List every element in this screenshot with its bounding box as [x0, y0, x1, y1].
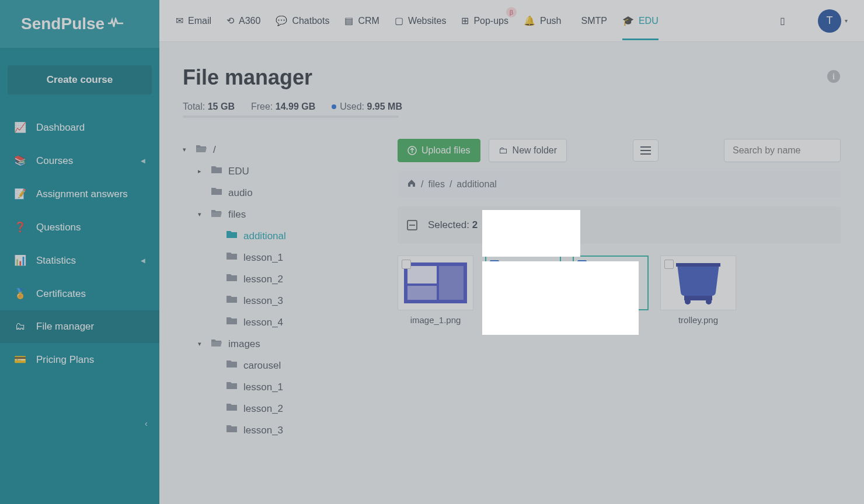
tree-item--[interactable]: ▾/	[183, 139, 381, 160]
sidebar-item-file-manager[interactable]: 🗂File manager	[0, 310, 159, 343]
svg-point-25	[685, 299, 691, 304]
svg-rect-8	[439, 266, 464, 300]
topnav-a360[interactable]: ⟲A360	[227, 15, 260, 26]
file-thumbnail	[573, 256, 649, 310]
logo[interactable]: SendPulse	[0, 0, 159, 48]
file-name: trolley.png	[678, 315, 718, 325]
file-checkbox[interactable]	[402, 260, 411, 269]
nav-icon: 🗂	[14, 321, 26, 332]
file-checkbox[interactable]	[664, 260, 674, 269]
create-course-button[interactable]: Create course	[8, 65, 152, 94]
sidebar-item-pricing-plans[interactable]: 💳Pricing Plans	[0, 343, 159, 376]
topnav-edu[interactable]: 🎓EDU	[622, 15, 659, 26]
tree-item-lesson_1[interactable]: lesson_1	[183, 376, 381, 398]
svg-rect-17	[592, 283, 597, 293]
tree-item-lesson_1[interactable]: lesson_1	[183, 247, 381, 268]
pulse-icon	[108, 15, 123, 33]
sidebar-item-courses[interactable]: 📚Courses◀	[0, 144, 159, 177]
tree-item-EDU[interactable]: ▸EDU	[183, 160, 381, 182]
file-checkbox[interactable]	[490, 260, 499, 270]
tree-item-lesson_3[interactable]: lesson_3	[183, 290, 381, 312]
nav-icon: ❓	[14, 221, 26, 233]
info-icon[interactable]: i	[827, 69, 841, 86]
chevron-down-icon: ▾	[845, 18, 848, 24]
topnav-websites[interactable]: ▢Websites	[395, 15, 447, 26]
user-menu[interactable]: T ▾	[818, 9, 848, 33]
folder-icon	[211, 208, 222, 220]
avatar: T	[818, 9, 841, 33]
tree-item-files[interactable]: ▾files	[183, 204, 381, 225]
topnav-crm[interactable]: ▤CRM	[344, 15, 379, 26]
partial-checkbox[interactable]	[407, 220, 417, 230]
tree-item-lesson_3[interactable]: lesson_3	[183, 419, 381, 441]
file-card[interactable]: statistics.png	[573, 256, 649, 325]
tree-item-carousel[interactable]: carousel	[183, 355, 381, 376]
svg-rect-13	[516, 296, 530, 302]
sidebar-item-certificates[interactable]: 🏅Certificates	[0, 277, 159, 310]
tree-label: images	[228, 338, 260, 350]
nav-label: File manager	[36, 321, 94, 332]
file-thumbnail: 404	[485, 256, 561, 310]
file-card[interactable]: 404error-page.p…	[485, 256, 561, 325]
folder-tree: ▾/▸EDUaudio▾filesadditionallesson_1lesso…	[183, 139, 381, 441]
sidebar-item-statistics[interactable]: 📊Statistics◀	[0, 244, 159, 277]
sidebar-item-dashboard[interactable]: 📈Dashboard	[0, 111, 159, 144]
svg-rect-19	[606, 285, 611, 293]
topnav-smtp[interactable]: SMTP	[576, 16, 607, 26]
file-card[interactable]: image_1.png	[398, 256, 473, 325]
svg-rect-14	[510, 302, 536, 304]
list-view-button[interactable]	[633, 139, 659, 162]
new-folder-button[interactable]: 🗀New folder	[489, 139, 567, 162]
topnav-push[interactable]: 🔔Push	[524, 15, 561, 26]
topnav-icon: 🎓	[622, 15, 634, 26]
file-checkbox[interactable]	[577, 260, 587, 270]
upload-button[interactable]: Upload files	[398, 139, 480, 162]
tree-item-lesson_2[interactable]: lesson_2	[183, 398, 381, 419]
tree-label: files	[228, 209, 246, 220]
file-card[interactable]: trolley.png	[660, 256, 736, 325]
chevron-down-icon: ▾	[198, 340, 205, 348]
tree-label: carousel	[243, 360, 281, 372]
topnav-label: A360	[239, 16, 260, 26]
home-icon[interactable]	[407, 178, 416, 190]
tree-item-additional[interactable]: additional	[183, 225, 381, 247]
tree-item-audio[interactable]: audio	[183, 182, 381, 204]
topnav-label: EDU	[639, 16, 659, 26]
nav-icon: 🏅	[14, 288, 26, 300]
folder-icon	[226, 402, 238, 415]
tree-label: EDU	[228, 166, 249, 177]
sidebar-item-questions[interactable]: ❓Questions	[0, 211, 159, 244]
topnav-label: Email	[188, 16, 211, 26]
topnav-label: Chatbots	[292, 16, 329, 26]
files-area: Upload files 🗀New folder /files /additio…	[398, 139, 841, 441]
tree-item-images[interactable]: ▾images	[183, 333, 381, 355]
mobile-icon[interactable]: ▯	[780, 15, 785, 26]
breadcrumb[interactable]: /files /additional	[398, 172, 841, 197]
svg-rect-18	[599, 281, 604, 293]
svg-rect-22	[602, 296, 619, 302]
collapse-sidebar-icon[interactable]: ‹	[145, 419, 148, 428]
chevron-icon: ◀	[141, 158, 145, 164]
tree-label: lesson_3	[243, 425, 283, 436]
svg-rect-4	[640, 150, 651, 151]
file-name: image_1.png	[410, 315, 461, 325]
search-input[interactable]	[724, 139, 841, 162]
file-thumbnail	[398, 256, 473, 310]
topnav-chatbots[interactable]: 💬Chatbots	[276, 15, 329, 26]
delete-button[interactable]: 🗑Delete	[488, 215, 549, 236]
tree-label: lesson_1	[243, 252, 283, 264]
svg-rect-20	[613, 279, 618, 293]
folder-icon	[226, 381, 238, 393]
nav-icon: 📈	[14, 121, 26, 134]
svg-rect-21	[620, 283, 625, 293]
brand-name: SendPulse	[21, 15, 104, 33]
topnav-icon: ✉	[176, 15, 183, 26]
chevron-icon: ◀	[141, 257, 145, 264]
sidebar-item-assignment-answers[interactable]: 📝Assignment answers	[0, 177, 159, 211]
tree-item-lesson_2[interactable]: lesson_2	[183, 268, 381, 290]
nav-label: Courses	[36, 155, 73, 167]
topnav-email[interactable]: ✉Email	[176, 15, 211, 26]
topnav-pop-ups[interactable]: ⊞Pop-upsβ	[461, 15, 508, 26]
nav-label: Statistics	[36, 255, 76, 267]
tree-item-lesson_4[interactable]: lesson_4	[183, 312, 381, 333]
